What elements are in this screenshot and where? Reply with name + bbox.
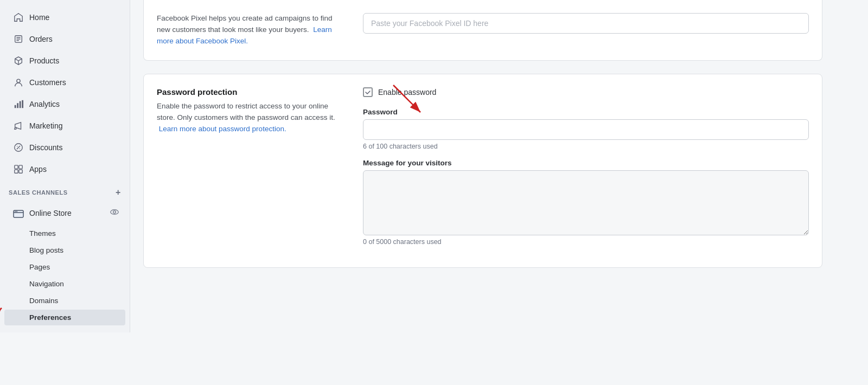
facebook-pixel-description: Facebook Pixel helps you create ad campa… <box>157 14 332 34</box>
facebook-pixel-card: Facebook Pixel helps you create ad campa… <box>143 0 822 61</box>
apps-icon <box>13 164 24 175</box>
discounts-label: Discounts <box>29 143 62 152</box>
orders-icon <box>13 34 24 44</box>
customers-icon <box>13 77 24 88</box>
svg-point-18 <box>113 211 116 214</box>
password-right-panel: Enable password Password steabo 6 of 100… <box>363 87 809 254</box>
products-icon <box>13 55 24 66</box>
analytics-label: Analytics <box>29 100 60 108</box>
enable-password-row: Enable password <box>363 87 809 97</box>
sidebar-item-home[interactable]: Home <box>4 7 125 28</box>
pages-label: Pages <box>29 263 50 271</box>
svg-point-16 <box>16 211 17 212</box>
password-protection-title: Password protection <box>157 87 341 97</box>
sidebar-item-preferences[interactable]: Preferences <box>4 310 125 325</box>
discounts-icon <box>13 142 24 153</box>
sidebar-item-analytics[interactable]: Analytics <box>4 94 125 114</box>
preferences-label: Preferences <box>29 313 71 322</box>
sidebar-item-pages[interactable]: Pages <box>4 259 125 275</box>
analytics-icon <box>13 99 24 110</box>
home-icon <box>13 12 24 23</box>
sidebar-item-blog-posts[interactable]: Blog posts <box>4 242 125 258</box>
svg-rect-7 <box>20 101 21 108</box>
online-store-icon <box>13 208 24 219</box>
eye-icon[interactable] <box>108 206 121 220</box>
online-store-label: Online Store <box>29 209 72 217</box>
sales-channels-header: SALES CHANNELS + <box>0 180 130 201</box>
domains-label: Domains <box>29 297 58 305</box>
sidebar-item-apps[interactable]: Apps <box>4 159 125 179</box>
add-sales-channel-icon[interactable]: + <box>116 188 121 197</box>
sidebar-item-orders[interactable]: Orders <box>4 29 125 49</box>
main-content: Facebook Pixel helps you create ad campa… <box>130 0 868 385</box>
navigation-label: Navigation <box>29 280 64 288</box>
svg-rect-11 <box>19 165 22 169</box>
password-char-count: 6 of 100 characters used <box>363 143 809 150</box>
svg-point-17 <box>111 210 118 215</box>
marketing-label: Marketing <box>29 121 62 130</box>
sidebar-item-discounts[interactable]: Discounts <box>4 137 125 158</box>
svg-rect-6 <box>17 103 18 108</box>
enable-password-label: Enable password <box>378 88 436 97</box>
svg-rect-5 <box>15 105 16 108</box>
sidebar: Home Orders Products <box>0 0 130 332</box>
svg-point-15 <box>15 211 16 212</box>
password-field-label: Password <box>363 108 809 116</box>
sidebar-item-marketing[interactable]: Marketing <box>4 116 125 136</box>
sidebar-item-themes[interactable]: Themes <box>4 226 125 241</box>
password-input[interactable]: steabo <box>363 119 809 140</box>
password-protection-learn-more[interactable]: Learn more about password protection. <box>159 125 286 133</box>
sidebar-item-customers[interactable]: Customers <box>4 72 125 93</box>
svg-rect-10 <box>15 165 18 169</box>
password-protection-card: Password protection Enable the password … <box>143 74 822 268</box>
themes-label: Themes <box>29 229 56 238</box>
sidebar-item-domains[interactable]: Domains <box>4 293 125 309</box>
message-textarea[interactable] <box>363 170 809 235</box>
password-protection-description: Enable the password to restrict access t… <box>157 102 335 121</box>
customers-label: Customers <box>29 78 66 87</box>
sidebar-item-products[interactable]: Products <box>4 50 125 71</box>
facebook-pixel-input[interactable] <box>363 13 809 34</box>
svg-rect-8 <box>22 100 23 108</box>
message-field-label: Message for your visitors <box>363 159 809 167</box>
enable-password-checkbox[interactable] <box>363 87 373 97</box>
pixel-input-area <box>363 13 809 34</box>
products-label: Products <box>29 56 59 65</box>
sidebar-item-navigation[interactable]: Navigation <box>4 276 125 292</box>
message-char-count: 0 of 5000 characters used <box>363 238 809 246</box>
sidebar-item-online-store[interactable]: Online Store <box>4 201 125 224</box>
marketing-icon <box>13 120 24 131</box>
home-label: Home <box>29 13 49 22</box>
svg-point-4 <box>17 79 20 82</box>
facebook-pixel-description-area: Facebook Pixel helps you create ad campa… <box>157 13 341 47</box>
blog-posts-label: Blog posts <box>29 246 63 254</box>
orders-label: Orders <box>29 35 53 43</box>
svg-rect-12 <box>15 170 18 173</box>
svg-rect-13 <box>19 170 22 173</box>
apps-label: Apps <box>29 165 47 174</box>
